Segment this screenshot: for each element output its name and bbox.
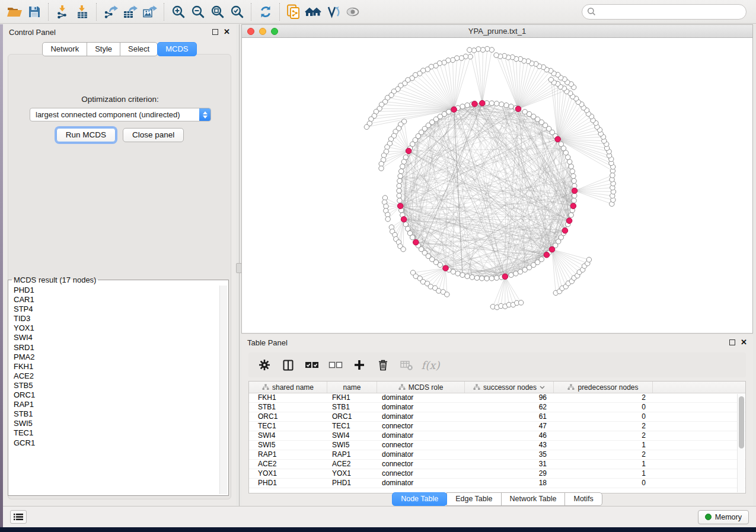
mcds-network-node[interactable] bbox=[502, 274, 508, 280]
mcds-network-node[interactable] bbox=[480, 100, 486, 106]
mcds-network-node[interactable] bbox=[566, 218, 572, 224]
show-panels-button[interactable] bbox=[10, 510, 27, 524]
unselect-all-rows-button[interactable] bbox=[327, 356, 344, 374]
tab-network-table[interactable]: Network Table bbox=[501, 492, 566, 506]
mcds-network-node[interactable] bbox=[406, 148, 412, 154]
mcds-network-node[interactable] bbox=[562, 227, 568, 233]
network-node[interactable] bbox=[567, 159, 572, 164]
network-node[interactable] bbox=[460, 273, 465, 277]
table-row[interactable]: ORC1ORC1dominator610 bbox=[249, 412, 745, 422]
satellite-node[interactable] bbox=[494, 53, 499, 57]
mcds-result-item[interactable]: ACE2 bbox=[8, 371, 217, 381]
tab-style[interactable]: Style bbox=[87, 42, 120, 56]
network-node[interactable] bbox=[559, 142, 563, 146]
mcds-network-node[interactable] bbox=[544, 252, 550, 258]
network-node[interactable] bbox=[403, 155, 408, 159]
network-node[interactable] bbox=[509, 104, 513, 109]
zoom-selected-button[interactable] bbox=[227, 2, 247, 21]
network-node[interactable] bbox=[572, 184, 577, 188]
network-node[interactable] bbox=[397, 198, 402, 203]
satellite-node[interactable] bbox=[519, 300, 524, 305]
mcds-network-node[interactable] bbox=[451, 107, 457, 113]
close-panel-button[interactable]: Close panel bbox=[123, 128, 184, 142]
mcds-result-item[interactable]: SRD1 bbox=[8, 343, 217, 352]
tab-edge-table[interactable]: Edge Table bbox=[446, 492, 501, 506]
network-node[interactable] bbox=[522, 110, 527, 114]
close-panel-icon[interactable]: ✕ bbox=[224, 29, 230, 35]
table-row[interactable]: RAP1RAP1dominator352 bbox=[249, 450, 745, 460]
network-canvas[interactable] bbox=[242, 38, 752, 333]
table-row[interactable]: PHD1PHD1dominator180 bbox=[249, 479, 745, 488]
tab-motifs[interactable]: Motifs bbox=[564, 492, 602, 506]
mcds-network-node[interactable] bbox=[515, 106, 521, 112]
satellite-node[interactable] bbox=[433, 63, 438, 68]
mcds-network-node[interactable] bbox=[397, 203, 403, 209]
float-panel-icon[interactable] bbox=[729, 339, 735, 345]
network-node[interactable] bbox=[455, 271, 460, 276]
satellite-node[interactable] bbox=[489, 47, 494, 52]
network-node[interactable] bbox=[401, 159, 406, 164]
network-from-selection-button[interactable] bbox=[284, 2, 304, 21]
mcds-result-item[interactable]: ORC1 bbox=[8, 390, 217, 400]
mcds-network-node[interactable] bbox=[413, 239, 419, 245]
network-node[interactable] bbox=[539, 257, 544, 262]
network-node[interactable] bbox=[397, 184, 401, 188]
network-node[interactable] bbox=[570, 169, 575, 174]
table-row[interactable]: YOX1YOX1connector291 bbox=[249, 469, 745, 479]
import-table-button[interactable] bbox=[72, 2, 92, 21]
close-panel-icon[interactable]: ✕ bbox=[741, 339, 747, 345]
satellite-node[interactable] bbox=[548, 77, 553, 82]
column-header-predecessor-nodes[interactable]: predecessor nodes bbox=[554, 382, 653, 393]
mcds-result-item[interactable]: STB1 bbox=[8, 409, 217, 419]
table-scrollbar[interactable] bbox=[737, 394, 745, 492]
network-node[interactable] bbox=[513, 271, 518, 276]
network-node[interactable] bbox=[480, 276, 484, 281]
network-node[interactable] bbox=[470, 275, 474, 280]
column-header-mcds-role[interactable]: MCDS role bbox=[377, 382, 465, 393]
network-node[interactable] bbox=[465, 274, 470, 278]
table-scrollbar-thumb[interactable] bbox=[739, 396, 744, 448]
refresh-layout-button[interactable] bbox=[256, 2, 275, 21]
mcds-network-node[interactable] bbox=[549, 246, 555, 252]
run-mcds-button[interactable]: Run MCDS bbox=[56, 128, 116, 142]
network-node[interactable] bbox=[397, 178, 402, 183]
table-row[interactable]: STB1STB1dominator620 bbox=[249, 403, 745, 412]
mcds-result-item[interactable]: GCR1 bbox=[8, 438, 217, 448]
column-header-successor-nodes[interactable]: successor nodes bbox=[465, 382, 554, 393]
tab-mcds[interactable]: MCDS bbox=[157, 42, 196, 56]
satellite-node[interactable] bbox=[586, 257, 591, 262]
satellite-node[interactable] bbox=[364, 124, 369, 129]
toggle-visibility-button[interactable] bbox=[343, 2, 362, 21]
network-node[interactable] bbox=[474, 275, 479, 280]
satellite-node[interactable] bbox=[468, 55, 473, 59]
network-node[interactable] bbox=[451, 270, 455, 274]
add-column-button[interactable] bbox=[350, 356, 368, 374]
satellite-node[interactable] bbox=[442, 60, 446, 65]
show-columns-button[interactable] bbox=[279, 356, 297, 374]
network-node[interactable] bbox=[572, 198, 576, 203]
mcds-result-item[interactable]: SWI5 bbox=[8, 419, 217, 428]
column-header-name[interactable]: name bbox=[327, 382, 377, 393]
select-all-rows-button[interactable] bbox=[303, 356, 321, 374]
save-session-button[interactable] bbox=[24, 2, 44, 21]
mcds-result-item[interactable]: STP4 bbox=[8, 305, 217, 314]
network-node[interactable] bbox=[484, 276, 489, 281]
satellite-node[interactable] bbox=[467, 47, 472, 52]
delete-columns-button[interactable] bbox=[374, 356, 392, 374]
mcds-result-item[interactable]: FKH1 bbox=[8, 362, 217, 371]
satellite-node[interactable] bbox=[385, 217, 390, 222]
zoom-fit-button[interactable] bbox=[208, 2, 227, 21]
satellite-node[interactable] bbox=[436, 289, 441, 293]
satellite-node[interactable] bbox=[379, 166, 384, 171]
column-header-shared-name[interactable]: shared name bbox=[249, 382, 327, 393]
tab-node-table[interactable]: Node Table bbox=[392, 492, 447, 506]
network-node[interactable] bbox=[460, 104, 465, 109]
satellite-node[interactable] bbox=[445, 292, 449, 297]
table-row[interactable]: TEC1TEC1connector472 bbox=[249, 422, 745, 431]
satellite-node[interactable] bbox=[450, 57, 455, 62]
memory-button[interactable]: Memory bbox=[698, 510, 749, 524]
table-row[interactable]: FKH1FKH1dominator962 bbox=[249, 393, 745, 403]
network-node[interactable] bbox=[397, 188, 401, 193]
network-node[interactable] bbox=[572, 178, 576, 183]
mcds-network-node[interactable] bbox=[401, 216, 407, 222]
